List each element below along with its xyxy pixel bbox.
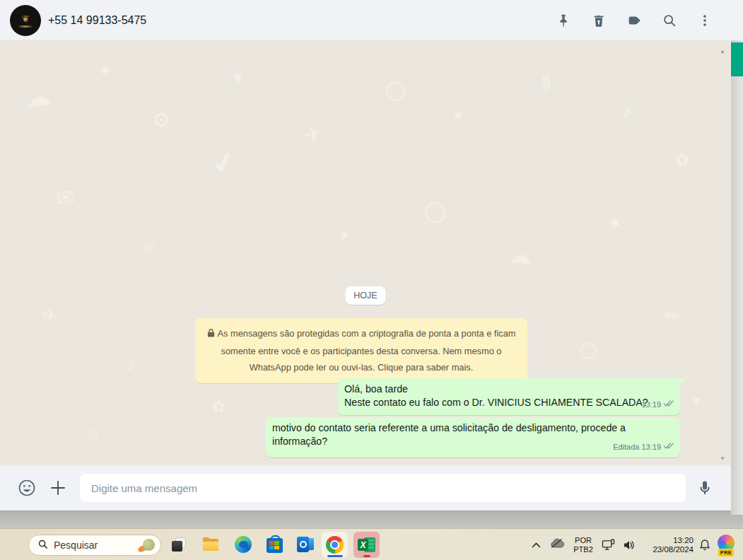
tray-chevron-up-icon[interactable]: [527, 542, 545, 548]
scrollbar-thumb[interactable]: [731, 42, 743, 76]
edge-browser-icon[interactable]: [234, 535, 252, 554]
attach-plus-icon[interactable]: [49, 479, 66, 496]
message-line: Neste contato eu falo com o Dr. VINICIUS…: [344, 396, 674, 409]
chrome-icon[interactable]: [322, 532, 348, 558]
clock[interactable]: 13:20 23/08/2024: [640, 536, 694, 554]
message-composer: [0, 465, 731, 511]
label-tag-icon[interactable]: [626, 12, 643, 29]
copilot-icon[interactable]: PRE: [716, 535, 736, 556]
menu-kebab-icon[interactable]: [696, 12, 713, 29]
message-line: Olá, boa tarde: [344, 383, 674, 396]
avatar-emblem-icon: ❦: [22, 14, 30, 23]
microphone-icon[interactable]: [696, 479, 713, 496]
outgoing-message[interactable]: motivo do contato seria referente a uma …: [266, 417, 680, 457]
double-check-icon: [663, 441, 674, 454]
language-indicator[interactable]: POR PTB2: [569, 536, 597, 554]
header-actions: [555, 0, 713, 40]
network-icon[interactable]: [597, 539, 619, 551]
task-view-icon[interactable]: [170, 535, 189, 554]
message-time: 13:19: [641, 441, 661, 454]
excel-attention-indicator: [363, 555, 370, 557]
date-divider: HOJE: [345, 286, 385, 305]
avatar-emblem-text: [18, 25, 33, 28]
encryption-notice-text: As mensagens são protegidas com a cripto…: [218, 328, 516, 373]
windows-taskbar: Pesquisar: [0, 528, 743, 560]
search-highlight-image: [138, 538, 155, 552]
scroll-down-icon[interactable]: ▼: [720, 455, 725, 462]
system-tray: POR PTB2 13:20 23/08/2024 PRE: [527, 529, 743, 560]
file-explorer-icon[interactable]: [201, 535, 220, 554]
contact-avatar[interactable]: ❦: [10, 5, 41, 36]
search-icon: [37, 539, 48, 552]
volume-icon[interactable]: [619, 539, 640, 551]
edited-label: Editada: [613, 441, 639, 454]
tray-date: 23/08/2024: [640, 545, 694, 554]
scrollbar-track[interactable]: [731, 40, 743, 515]
copilot-pre-badge: PRE: [718, 549, 734, 556]
archive-trash-icon[interactable]: [590, 12, 607, 29]
outlook-icon[interactable]: [296, 535, 315, 554]
whatsapp-window: ❦ +55 14 99133-5475 ☁ ★ ⚙: [0, 0, 743, 560]
language-line1: POR: [569, 536, 597, 545]
emoji-icon[interactable]: [18, 479, 36, 497]
tray-time: 13:20: [640, 536, 694, 545]
pin-icon[interactable]: [555, 12, 572, 29]
double-check-icon: [663, 398, 674, 412]
notification-bell-icon[interactable]: [694, 539, 716, 551]
search-label: Pesquisar: [54, 539, 138, 551]
onedrive-paused-icon[interactable]: [545, 538, 569, 552]
contact-name[interactable]: +55 14 99133-5475: [48, 14, 146, 27]
chat-header: ❦ +55 14 99133-5475: [0, 0, 743, 40]
message-meta: Editada 13:19: [613, 441, 674, 454]
outgoing-message[interactable]: Olá, boa tarde Neste contato eu falo com…: [338, 378, 680, 415]
search-icon[interactable]: [661, 12, 678, 29]
window-bottom-edge: [0, 511, 743, 528]
microsoft-store-icon[interactable]: [265, 535, 283, 554]
message-input[interactable]: [80, 474, 686, 502]
chrome-active-indicator: [327, 555, 343, 557]
taskbar-search[interactable]: Pesquisar: [28, 535, 161, 556]
message-time: 13:19: [641, 398, 661, 412]
message-meta: 13:19: [641, 398, 674, 412]
scroll-up-icon[interactable]: ▲: [720, 48, 725, 54]
encryption-notice[interactable]: As mensagens são protegidas com a cripto…: [195, 318, 527, 383]
excel-icon[interactable]: X: [353, 532, 380, 558]
language-line2: PTB2: [569, 545, 597, 554]
lock-icon: [207, 326, 215, 343]
